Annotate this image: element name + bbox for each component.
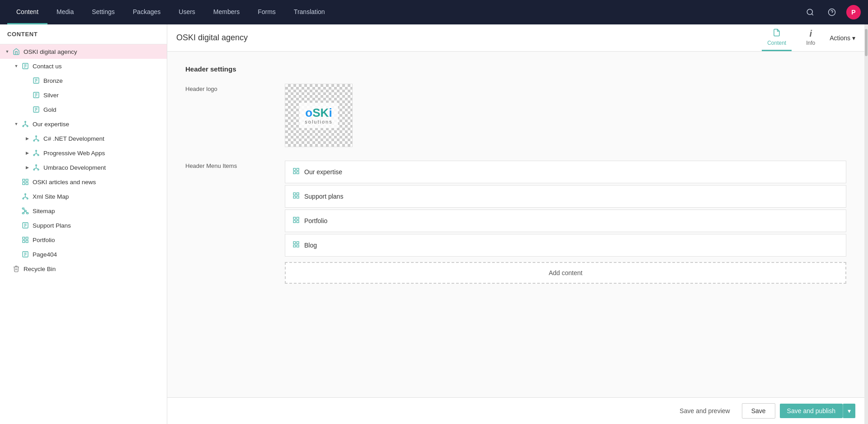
sidebar-item-sitemap[interactable]: Sitemap	[0, 204, 167, 218]
tree-icon-our-expertise	[21, 119, 30, 129]
svg-rect-84	[297, 220, 299, 223]
tab-info[interactable]: i Info	[801, 25, 821, 51]
menu-item-1[interactable]: Support plans	[285, 185, 846, 208]
sidebar-label-recycle-bin: Recycle Bin	[24, 266, 163, 272]
nav-members[interactable]: Members	[204, 0, 249, 24]
svg-rect-85	[293, 242, 296, 244]
add-content-button[interactable]: Add content	[285, 262, 846, 284]
svg-point-34	[38, 154, 39, 156]
sidebar-label-support-plans: Support Plans	[33, 222, 163, 229]
trash-icon-recycle-bin	[12, 264, 21, 273]
menu-item-3[interactable]: Blog	[285, 234, 846, 257]
svg-line-53	[25, 197, 28, 198]
tree-icon-xml-site-map	[21, 192, 30, 201]
svg-line-36	[34, 153, 36, 154]
toggle-icon-csharp[interactable]: ▶	[24, 135, 31, 142]
sidebar-item-xml-site-map[interactable]: Xml Site Map	[0, 189, 167, 204]
toggle-icon-portfolio	[13, 236, 20, 243]
tree-icon-umbraco	[32, 163, 41, 172]
nav-media[interactable]: Media	[47, 0, 83, 24]
svg-rect-46	[23, 182, 25, 185]
svg-rect-55	[24, 210, 26, 212]
sidebar-item-gold[interactable]: Gold	[0, 102, 167, 117]
sidebar-item-silver[interactable]: Silver	[0, 88, 167, 102]
svg-point-20	[25, 121, 26, 123]
content-tab-icon	[773, 29, 781, 39]
sidebar-label-silver: Silver	[43, 92, 163, 99]
content-tab-label: Content	[767, 40, 786, 46]
sidebar-item-progressive[interactable]: ▶Progressive Web Apps	[0, 146, 167, 160]
menu-item-0[interactable]: Our expertise	[285, 161, 846, 183]
logo-image[interactable]: oSKi solutions	[285, 84, 353, 147]
home-icon-oski-digital	[12, 47, 21, 56]
sidebar-header: Content	[0, 24, 167, 44]
sitemap-icon-sitemap	[21, 206, 30, 215]
svg-line-25	[25, 124, 28, 125]
sidebar-item-oski-articles[interactable]: OSKI articles and news	[0, 175, 167, 189]
toggle-icon-support-plans	[13, 222, 20, 229]
sidebar-item-portfolio[interactable]: Portfolio	[0, 233, 167, 247]
svg-line-52	[23, 197, 25, 198]
nav-settings[interactable]: Settings	[83, 0, 124, 24]
toggle-icon-progressive[interactable]: ▶	[24, 149, 31, 157]
sidebar-item-page404[interactable]: Page404	[0, 247, 167, 262]
sidebar-item-oski-digital[interactable]: ▼OSKI digital agency	[0, 44, 167, 59]
svg-rect-45	[26, 179, 28, 181]
nav-users[interactable]: Users	[170, 0, 204, 24]
toggle-icon-oski-digital[interactable]: ▼	[4, 48, 11, 55]
toggle-icon-our-expertise[interactable]: ▼	[13, 120, 20, 128]
toggle-icon-page404	[13, 251, 20, 258]
sidebar-label-xml-site-map: Xml Site Map	[33, 193, 163, 200]
save-button[interactable]: Save	[742, 403, 775, 419]
page-title-input[interactable]	[176, 33, 762, 43]
info-tab-icon: i	[809, 29, 812, 39]
sidebar-label-gold: Gold	[43, 106, 163, 113]
header-logo-content: oSKi solutions	[285, 84, 846, 147]
sidebar-label-our-expertise: Our expertise	[33, 121, 163, 128]
toggle-icon-umbraco[interactable]: ▶	[24, 164, 31, 171]
toggle-icon-contact-us[interactable]: ▼	[13, 62, 20, 70]
actions-button[interactable]: Actions ▾	[830, 34, 855, 42]
menu-item-icon-0	[292, 167, 300, 176]
sidebar-item-csharp[interactable]: ▶C# .NET Development	[0, 131, 167, 146]
sidebar-item-our-expertise[interactable]: ▼Our expertise	[0, 117, 167, 131]
nav-translation[interactable]: Translation	[285, 0, 334, 24]
nav-forms[interactable]: Forms	[249, 0, 285, 24]
nav-packages[interactable]: Packages	[124, 0, 170, 24]
help-icon[interactable]	[825, 5, 839, 19]
save-preview-button[interactable]: Save and preview	[672, 404, 737, 418]
sidebar-item-umbraco[interactable]: ▶Umbraco Development	[0, 160, 167, 175]
svg-line-42	[34, 168, 36, 169]
svg-point-26	[36, 136, 37, 137]
sidebar-item-support-plans[interactable]: Support Plans	[0, 218, 167, 233]
search-icon[interactable]	[803, 5, 817, 19]
save-publish-button[interactable]: Save and publish	[780, 404, 843, 418]
svg-point-40	[38, 169, 39, 170]
nav-content[interactable]: Content	[7, 0, 47, 24]
menu-item-label-3: Blog	[304, 242, 317, 249]
svg-rect-83	[293, 220, 296, 223]
tab-content[interactable]: Content	[762, 25, 792, 51]
section-title: Header settings	[185, 65, 846, 73]
toggle-icon-sitemap	[13, 207, 20, 214]
svg-line-43	[36, 168, 38, 169]
avatar[interactable]: P	[846, 5, 861, 19]
svg-point-27	[33, 140, 35, 141]
sidebar-item-recycle-bin[interactable]: Recycle Bin	[0, 262, 167, 276]
sidebar-item-contact-us[interactable]: ▼Contact us	[0, 59, 167, 73]
toggle-icon-bronze	[24, 77, 31, 84]
main-layout: Content ▼OSKI digital agency▼Contact usB…	[0, 24, 868, 424]
save-publish-arrow[interactable]: ▾	[843, 404, 855, 418]
sidebar-item-bronze[interactable]: Bronze	[0, 73, 167, 88]
svg-line-31	[36, 139, 38, 140]
tree-container: ▼OSKI digital agency▼Contact usBronzeSil…	[0, 44, 167, 276]
svg-line-60	[25, 211, 28, 213]
svg-line-59	[23, 211, 25, 213]
svg-rect-67	[23, 240, 25, 243]
svg-line-37	[36, 153, 38, 154]
svg-rect-80	[297, 196, 299, 198]
publish-button-group: Save and publish ▾	[780, 404, 855, 418]
menu-item-2[interactable]: Portfolio	[285, 210, 846, 232]
svg-point-38	[36, 165, 37, 166]
toggle-icon-gold	[24, 106, 31, 113]
